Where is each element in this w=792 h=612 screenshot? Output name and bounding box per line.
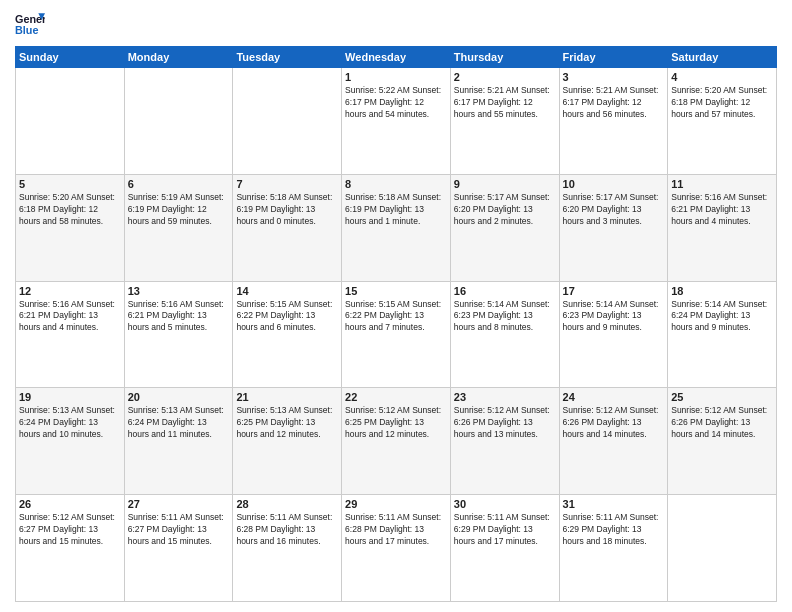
calendar-cell: 21Sunrise: 5:13 AM Sunset: 6:25 PM Dayli… <box>233 388 342 495</box>
weekday-header-sunday: Sunday <box>16 47 125 68</box>
day-info: Sunrise: 5:18 AM Sunset: 6:19 PM Dayligh… <box>345 192 447 228</box>
day-info: Sunrise: 5:12 AM Sunset: 6:26 PM Dayligh… <box>563 405 665 441</box>
calendar-cell: 16Sunrise: 5:14 AM Sunset: 6:23 PM Dayli… <box>450 281 559 388</box>
day-info: Sunrise: 5:12 AM Sunset: 6:26 PM Dayligh… <box>671 405 773 441</box>
day-number: 25 <box>671 391 773 403</box>
day-number: 7 <box>236 178 338 190</box>
week-row-2: 12Sunrise: 5:16 AM Sunset: 6:21 PM Dayli… <box>16 281 777 388</box>
calendar-cell: 5Sunrise: 5:20 AM Sunset: 6:18 PM Daylig… <box>16 174 125 281</box>
weekday-header-tuesday: Tuesday <box>233 47 342 68</box>
calendar-cell: 23Sunrise: 5:12 AM Sunset: 6:26 PM Dayli… <box>450 388 559 495</box>
day-number: 31 <box>563 498 665 510</box>
week-row-1: 5Sunrise: 5:20 AM Sunset: 6:18 PM Daylig… <box>16 174 777 281</box>
page: General Blue SundayMondayTuesdayWednesda… <box>0 0 792 612</box>
week-row-4: 26Sunrise: 5:12 AM Sunset: 6:27 PM Dayli… <box>16 495 777 602</box>
day-info: Sunrise: 5:21 AM Sunset: 6:17 PM Dayligh… <box>454 85 556 121</box>
calendar-cell: 11Sunrise: 5:16 AM Sunset: 6:21 PM Dayli… <box>668 174 777 281</box>
day-number: 5 <box>19 178 121 190</box>
calendar-cell: 4Sunrise: 5:20 AM Sunset: 6:18 PM Daylig… <box>668 68 777 175</box>
day-number: 8 <box>345 178 447 190</box>
calendar-cell: 1Sunrise: 5:22 AM Sunset: 6:17 PM Daylig… <box>342 68 451 175</box>
day-info: Sunrise: 5:11 AM Sunset: 6:29 PM Dayligh… <box>454 512 556 548</box>
calendar-cell: 12Sunrise: 5:16 AM Sunset: 6:21 PM Dayli… <box>16 281 125 388</box>
day-number: 14 <box>236 285 338 297</box>
svg-text:Blue: Blue <box>15 24 38 36</box>
day-info: Sunrise: 5:18 AM Sunset: 6:19 PM Dayligh… <box>236 192 338 228</box>
day-info: Sunrise: 5:16 AM Sunset: 6:21 PM Dayligh… <box>19 299 121 335</box>
calendar-cell <box>16 68 125 175</box>
day-number: 15 <box>345 285 447 297</box>
calendar-cell: 3Sunrise: 5:21 AM Sunset: 6:17 PM Daylig… <box>559 68 668 175</box>
day-info: Sunrise: 5:11 AM Sunset: 6:29 PM Dayligh… <box>563 512 665 548</box>
calendar-cell: 24Sunrise: 5:12 AM Sunset: 6:26 PM Dayli… <box>559 388 668 495</box>
calendar-cell: 9Sunrise: 5:17 AM Sunset: 6:20 PM Daylig… <box>450 174 559 281</box>
day-number: 1 <box>345 71 447 83</box>
day-number: 12 <box>19 285 121 297</box>
day-info: Sunrise: 5:16 AM Sunset: 6:21 PM Dayligh… <box>671 192 773 228</box>
day-info: Sunrise: 5:20 AM Sunset: 6:18 PM Dayligh… <box>19 192 121 228</box>
weekday-header-thursday: Thursday <box>450 47 559 68</box>
day-number: 10 <box>563 178 665 190</box>
day-number: 21 <box>236 391 338 403</box>
calendar-cell: 20Sunrise: 5:13 AM Sunset: 6:24 PM Dayli… <box>124 388 233 495</box>
calendar-cell: 15Sunrise: 5:15 AM Sunset: 6:22 PM Dayli… <box>342 281 451 388</box>
weekday-header-row: SundayMondayTuesdayWednesdayThursdayFrid… <box>16 47 777 68</box>
calendar-cell <box>233 68 342 175</box>
day-info: Sunrise: 5:14 AM Sunset: 6:24 PM Dayligh… <box>671 299 773 335</box>
day-number: 18 <box>671 285 773 297</box>
day-number: 17 <box>563 285 665 297</box>
day-number: 27 <box>128 498 230 510</box>
day-info: Sunrise: 5:13 AM Sunset: 6:24 PM Dayligh… <box>19 405 121 441</box>
calendar-cell: 18Sunrise: 5:14 AM Sunset: 6:24 PM Dayli… <box>668 281 777 388</box>
day-info: Sunrise: 5:17 AM Sunset: 6:20 PM Dayligh… <box>454 192 556 228</box>
day-number: 13 <box>128 285 230 297</box>
day-info: Sunrise: 5:20 AM Sunset: 6:18 PM Dayligh… <box>671 85 773 121</box>
day-info: Sunrise: 5:13 AM Sunset: 6:24 PM Dayligh… <box>128 405 230 441</box>
calendar-cell: 14Sunrise: 5:15 AM Sunset: 6:22 PM Dayli… <box>233 281 342 388</box>
day-number: 23 <box>454 391 556 403</box>
day-info: Sunrise: 5:15 AM Sunset: 6:22 PM Dayligh… <box>236 299 338 335</box>
calendar-cell: 31Sunrise: 5:11 AM Sunset: 6:29 PM Dayli… <box>559 495 668 602</box>
day-info: Sunrise: 5:11 AM Sunset: 6:28 PM Dayligh… <box>236 512 338 548</box>
calendar-table: SundayMondayTuesdayWednesdayThursdayFrid… <box>15 46 777 602</box>
week-row-0: 1Sunrise: 5:22 AM Sunset: 6:17 PM Daylig… <box>16 68 777 175</box>
day-info: Sunrise: 5:16 AM Sunset: 6:21 PM Dayligh… <box>128 299 230 335</box>
logo: General Blue <box>15 10 49 40</box>
calendar-cell: 29Sunrise: 5:11 AM Sunset: 6:28 PM Dayli… <box>342 495 451 602</box>
day-info: Sunrise: 5:15 AM Sunset: 6:22 PM Dayligh… <box>345 299 447 335</box>
calendar-cell: 13Sunrise: 5:16 AM Sunset: 6:21 PM Dayli… <box>124 281 233 388</box>
calendar-cell: 26Sunrise: 5:12 AM Sunset: 6:27 PM Dayli… <box>16 495 125 602</box>
day-number: 9 <box>454 178 556 190</box>
weekday-header-monday: Monday <box>124 47 233 68</box>
day-info: Sunrise: 5:17 AM Sunset: 6:20 PM Dayligh… <box>563 192 665 228</box>
calendar-cell: 19Sunrise: 5:13 AM Sunset: 6:24 PM Dayli… <box>16 388 125 495</box>
day-number: 26 <box>19 498 121 510</box>
calendar-cell: 30Sunrise: 5:11 AM Sunset: 6:29 PM Dayli… <box>450 495 559 602</box>
day-number: 19 <box>19 391 121 403</box>
header: General Blue <box>15 10 777 40</box>
calendar-cell: 22Sunrise: 5:12 AM Sunset: 6:25 PM Dayli… <box>342 388 451 495</box>
calendar-cell: 10Sunrise: 5:17 AM Sunset: 6:20 PM Dayli… <box>559 174 668 281</box>
week-row-3: 19Sunrise: 5:13 AM Sunset: 6:24 PM Dayli… <box>16 388 777 495</box>
day-number: 3 <box>563 71 665 83</box>
day-number: 20 <box>128 391 230 403</box>
day-number: 6 <box>128 178 230 190</box>
day-info: Sunrise: 5:12 AM Sunset: 6:26 PM Dayligh… <box>454 405 556 441</box>
weekday-header-friday: Friday <box>559 47 668 68</box>
day-number: 28 <box>236 498 338 510</box>
calendar-cell: 28Sunrise: 5:11 AM Sunset: 6:28 PM Dayli… <box>233 495 342 602</box>
day-info: Sunrise: 5:13 AM Sunset: 6:25 PM Dayligh… <box>236 405 338 441</box>
day-info: Sunrise: 5:12 AM Sunset: 6:25 PM Dayligh… <box>345 405 447 441</box>
calendar-cell <box>124 68 233 175</box>
calendar-cell: 6Sunrise: 5:19 AM Sunset: 6:19 PM Daylig… <box>124 174 233 281</box>
calendar-cell: 17Sunrise: 5:14 AM Sunset: 6:23 PM Dayli… <box>559 281 668 388</box>
day-number: 2 <box>454 71 556 83</box>
calendar-cell: 7Sunrise: 5:18 AM Sunset: 6:19 PM Daylig… <box>233 174 342 281</box>
day-number: 16 <box>454 285 556 297</box>
day-info: Sunrise: 5:14 AM Sunset: 6:23 PM Dayligh… <box>454 299 556 335</box>
day-number: 29 <box>345 498 447 510</box>
weekday-header-wednesday: Wednesday <box>342 47 451 68</box>
day-number: 22 <box>345 391 447 403</box>
day-info: Sunrise: 5:19 AM Sunset: 6:19 PM Dayligh… <box>128 192 230 228</box>
day-number: 11 <box>671 178 773 190</box>
